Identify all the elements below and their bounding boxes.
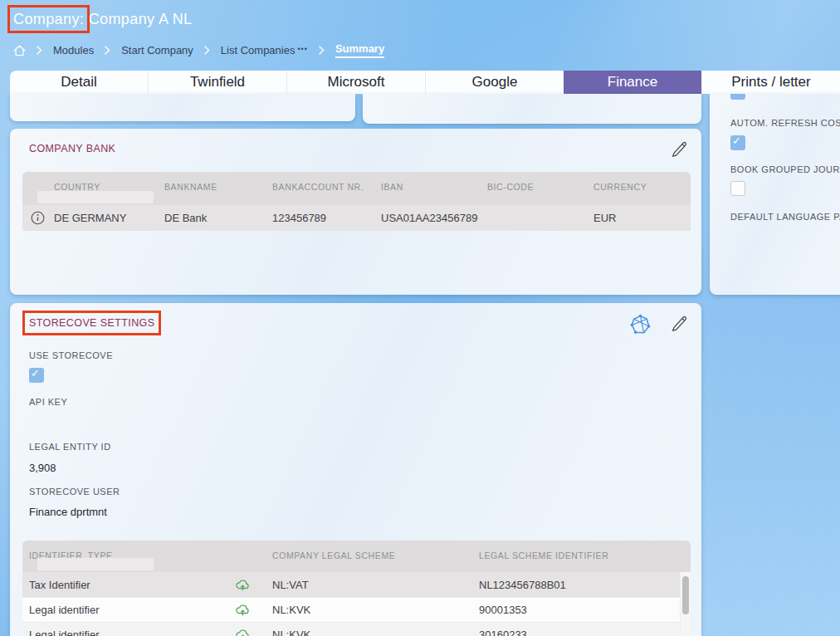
legal-entity-id-label: LEGAL ENTITY ID [29, 442, 111, 452]
breadcrumb-item-label: List Companies [221, 44, 295, 56]
tab-detail[interactable]: Detail [10, 71, 148, 94]
page-title-prefix: Company: [13, 11, 84, 27]
company-bank-panel: COMPANY BANK COUNTRY BANKNAME BANKACCOUN… [10, 129, 701, 295]
cell-scheme-identifier: 90001353 [479, 604, 691, 616]
use-storecove-label: USE STORECOVE [29, 350, 113, 360]
col-bankname: BANKNAME [163, 172, 271, 192]
book-grouped-journal-label: BOOK GROUPED JOUR [730, 164, 840, 174]
table-row[interactable]: Tax Identifier NL:VAT NL123456788B01 [22, 572, 691, 597]
breadcrumb-item-start-company[interactable]: Start Company [121, 44, 193, 56]
cloud-upload-icon[interactable] [228, 578, 272, 592]
info-icon[interactable] [22, 211, 52, 225]
cell-bankname: DE Bank [163, 212, 271, 224]
chevron-right-icon [319, 46, 325, 55]
storecove-settings-panel: STORECOVE SETTINGS USE STORECOVE ✓ API K… [10, 303, 701, 636]
cell-scheme: NL:KVK [272, 629, 479, 636]
col-iban: IBAN [379, 172, 486, 192]
tab-google[interactable]: Google [425, 71, 564, 94]
header-spacer [228, 541, 272, 550]
breadcrumb: Modules Start Company List Companies••• … [13, 42, 384, 58]
cell-iban: USA01AA23456789 [379, 212, 486, 224]
col-bic-code: BIC-CODE [486, 172, 592, 192]
page-title: Company: Company A NL [13, 11, 193, 28]
cell-scheme-identifier: 30160233 [479, 629, 691, 636]
tab-prints-letter[interactable]: Prints / letter [701, 71, 840, 94]
identifier-table-header: IDENTIFIER_TYPE COMPANY LEGAL SCHEME LEG… [22, 541, 691, 572]
legal-entity-id-value: 3,908 [29, 462, 56, 474]
chevron-right-icon [105, 46, 110, 55]
breadcrumb-item-list-companies[interactable]: List Companies••• [221, 44, 308, 56]
scrolled-card-middle [363, 94, 701, 124]
chevron-right-icon [204, 46, 210, 55]
company-bank-table: COUNTRY BANKNAME BANKACCOUNT NR. IBAN BI… [22, 172, 691, 231]
storecove-user-value: Finance dprtmnt [29, 506, 107, 518]
identifier-type-filter-input[interactable] [37, 558, 154, 570]
cell-identifier-type: Tax Identifier [22, 579, 228, 591]
storecove-settings-title: STORECOVE SETTINGS [29, 317, 154, 329]
checkbox-partial[interactable] [730, 94, 745, 100]
storecove-user-label: STORECOVE USER [29, 487, 120, 497]
country-filter-input[interactable] [37, 191, 154, 203]
scrollbar-thumb[interactable] [682, 576, 689, 614]
cell-bankaccount: 123456789 [271, 212, 379, 224]
edit-pencil-icon[interactable] [670, 314, 688, 333]
tab-bar: Detail Twinfield Microsoft Google Financ… [10, 71, 840, 94]
col-company-legal-scheme: COMPANY LEGAL SCHEME [272, 541, 479, 560]
breadcrumb-item-modules[interactable]: Modules [53, 44, 94, 56]
cell-currency: EUR [592, 212, 691, 224]
col-country: COUNTRY [52, 172, 163, 192]
overflow-dots-icon[interactable]: ••• [297, 45, 307, 53]
edit-pencil-icon[interactable] [670, 139, 688, 159]
table-row[interactable]: Legal identifier NL:KVK 90001353 [22, 597, 691, 622]
table-row[interactable]: Legal identifier NL:KVK 30160233 [22, 622, 691, 636]
storecove-network-icon[interactable] [629, 314, 652, 336]
company-bank-table-header: COUNTRY BANKNAME BANKACCOUNT NR. IBAN BI… [22, 172, 691, 205]
chevron-right-icon [37, 46, 42, 55]
table-scrollbar[interactable] [680, 572, 691, 636]
page-title-company-name: Company A NL [89, 11, 193, 27]
book-grouped-journal-checkbox[interactable]: ✓ [730, 181, 745, 196]
default-language-label: DEFAULT LANGUAGE PA [730, 212, 840, 222]
identifier-table: IDENTIFIER_TYPE COMPANY LEGAL SCHEME LEG… [22, 541, 691, 636]
use-storecove-checkbox[interactable]: ✓ [29, 368, 44, 383]
cell-scheme-identifier: NL123456788B01 [479, 579, 691, 591]
api-key-label: API KEY [29, 397, 67, 407]
tab-microsoft[interactable]: Microsoft [286, 71, 425, 94]
autom-refresh-cost-label: AUTOM. REFRESH COST [730, 118, 840, 128]
col-currency: CURRENCY [592, 172, 691, 192]
cell-country: DE GERMANY [52, 212, 163, 224]
col-legal-scheme-identifier: LEGAL SCHEME IDENTIFIER [479, 541, 691, 560]
header-spacer [22, 172, 52, 182]
scrolled-card-left [10, 94, 355, 121]
tab-twinfield[interactable]: Twinfield [148, 71, 286, 94]
tab-finance-active[interactable]: Finance [564, 71, 701, 94]
breadcrumb-item-summary-active[interactable]: Summary [335, 42, 384, 58]
autom-refresh-cost-checkbox[interactable]: ✓ [730, 135, 745, 150]
cell-identifier-type: Legal identifier [22, 604, 228, 616]
home-icon[interactable] [13, 45, 26, 56]
company-bank-title: COMPANY BANK [29, 143, 115, 154]
cell-scheme: NL:KVK [272, 604, 479, 616]
cloud-upload-icon[interactable] [228, 603, 272, 617]
col-bankaccount-nr: BANKACCOUNT NR. [271, 172, 379, 192]
cloud-upload-icon[interactable] [228, 628, 272, 636]
finance-settings-panel: AUTOM. REFRESH COST ✓ BOOK GROUPED JOUR … [710, 94, 840, 295]
app-viewport: Company: Company A NL Modules Start Comp… [0, 0, 840, 636]
cell-scheme: NL:VAT [272, 579, 479, 591]
cell-identifier-type: Legal identifier [22, 629, 228, 636]
table-row[interactable]: DE GERMANY DE Bank 123456789 USA01AA2345… [22, 205, 691, 231]
